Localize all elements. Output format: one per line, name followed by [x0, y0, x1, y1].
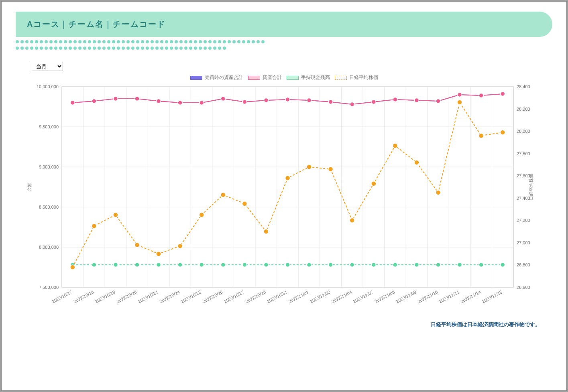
svg-text:金額: 金額	[27, 183, 32, 191]
legend-item-series4[interactable]: 日経平均株価	[335, 74, 378, 81]
svg-text:28,000: 28,000	[517, 129, 530, 134]
svg-text:7,500,000: 7,500,000	[39, 285, 59, 290]
svg-point-93	[157, 99, 161, 104]
svg-point-148	[436, 190, 441, 195]
svg-point-145	[371, 181, 376, 186]
svg-text:2022/11/10: 2022/11/10	[417, 289, 438, 304]
svg-point-132	[92, 223, 96, 228]
svg-rect-44	[62, 87, 513, 287]
svg-text:10,000,000: 10,000,000	[37, 84, 59, 89]
svg-point-120	[285, 263, 290, 267]
svg-point-147	[414, 160, 419, 165]
svg-text:28,400: 28,400	[517, 84, 530, 89]
svg-text:27,800: 27,800	[517, 151, 530, 156]
svg-point-99	[285, 97, 290, 102]
svg-point-97	[242, 100, 247, 104]
svg-point-121	[307, 263, 311, 267]
legend-label: 売買時の資産合計	[205, 74, 243, 81]
decorative-dots-row	[16, 40, 552, 43]
svg-text:2022/11/04: 2022/11/04	[331, 289, 352, 304]
svg-point-142	[307, 165, 311, 169]
svg-point-124	[371, 263, 376, 267]
legend-item-series1[interactable]: 売買時の資産合計	[190, 74, 243, 81]
legend-label: 手持現金残高	[301, 74, 330, 81]
svg-point-89	[70, 101, 75, 105]
svg-point-112	[113, 263, 118, 267]
svg-point-150	[479, 133, 484, 138]
svg-text:2022/11/11: 2022/11/11	[438, 289, 460, 304]
svg-point-126	[414, 263, 419, 267]
svg-point-136	[178, 244, 183, 248]
svg-text:2022/11/09: 2022/11/09	[395, 289, 417, 304]
svg-text:9,000,000: 9,000,000	[39, 165, 59, 169]
svg-text:2022/10/27: 2022/10/27	[223, 289, 245, 304]
svg-point-108	[479, 93, 483, 98]
svg-point-114	[157, 263, 161, 267]
svg-text:2022/10/24: 2022/10/24	[159, 289, 180, 304]
svg-point-102	[350, 102, 354, 107]
svg-text:2022/11/15: 2022/11/15	[481, 289, 503, 304]
svg-point-105	[414, 98, 419, 103]
svg-point-90	[92, 99, 96, 104]
svg-point-144	[350, 218, 354, 223]
svg-point-103	[371, 100, 376, 104]
svg-point-107	[458, 93, 462, 97]
legend-item-series3[interactable]: 手持現金残高	[287, 74, 330, 81]
legend-label: 日経平均株価	[349, 74, 378, 81]
period-select[interactable]: 当月	[32, 62, 63, 71]
svg-point-130	[501, 263, 505, 267]
svg-point-117	[221, 263, 225, 267]
svg-point-109	[501, 92, 505, 96]
legend-label: 資産合計	[263, 74, 282, 81]
legend-swatch	[335, 76, 347, 80]
svg-point-91	[113, 97, 118, 101]
svg-point-129	[479, 263, 483, 267]
svg-point-111	[92, 263, 96, 267]
svg-text:2022/11/07: 2022/11/07	[352, 289, 374, 304]
svg-point-119	[264, 263, 268, 267]
svg-text:2022/10/19: 2022/10/19	[94, 289, 116, 304]
svg-point-125	[393, 263, 397, 267]
svg-text:日経平均株価: 日経平均株価	[529, 174, 533, 200]
copyright-note: 日経平均株価は日本経済新聞社の著作物です。	[16, 321, 540, 328]
svg-point-118	[242, 263, 247, 267]
svg-point-151	[500, 130, 505, 135]
legend-swatch	[287, 76, 299, 80]
svg-text:8,000,000: 8,000,000	[39, 245, 59, 250]
svg-point-95	[200, 101, 204, 105]
svg-text:27,000: 27,000	[517, 240, 530, 245]
svg-point-134	[135, 242, 140, 247]
svg-point-100	[307, 98, 311, 103]
app-window: Aコース｜チーム名｜チームコード 当月 売買時の資産合計 資産合計	[1, 1, 567, 391]
svg-text:8,500,000: 8,500,000	[39, 205, 59, 209]
svg-point-98	[264, 98, 268, 103]
svg-point-135	[156, 252, 161, 256]
svg-text:2022/10/28: 2022/10/28	[245, 289, 267, 304]
svg-text:2022/11/14: 2022/11/14	[460, 289, 481, 304]
svg-point-146	[393, 143, 397, 148]
decorative-dots-row	[16, 47, 552, 50]
svg-text:2022/10/18: 2022/10/18	[73, 289, 94, 304]
legend-swatch	[248, 76, 260, 80]
legend-swatch	[190, 76, 202, 80]
controls-bar: 当月	[32, 62, 552, 71]
svg-text:26,600: 26,600	[517, 285, 530, 290]
legend-item-series2[interactable]: 資産合計	[248, 74, 282, 81]
svg-text:27,400: 27,400	[517, 196, 530, 201]
svg-point-143	[328, 167, 333, 172]
svg-point-123	[350, 263, 354, 267]
svg-text:2022/11/01: 2022/11/01	[288, 289, 309, 304]
svg-point-127	[436, 263, 440, 267]
svg-text:27,600: 27,600	[517, 173, 530, 178]
svg-point-137	[199, 212, 204, 217]
svg-text:2022/10/25: 2022/10/25	[180, 289, 202, 304]
svg-point-104	[393, 97, 397, 102]
svg-point-122	[328, 263, 333, 267]
svg-point-92	[135, 97, 139, 101]
svg-point-113	[135, 263, 139, 267]
svg-point-96	[221, 97, 225, 101]
svg-text:9,500,000: 9,500,000	[39, 124, 59, 129]
svg-point-128	[458, 263, 462, 267]
svg-point-149	[457, 100, 462, 105]
svg-text:2022/10/17: 2022/10/17	[51, 289, 73, 304]
